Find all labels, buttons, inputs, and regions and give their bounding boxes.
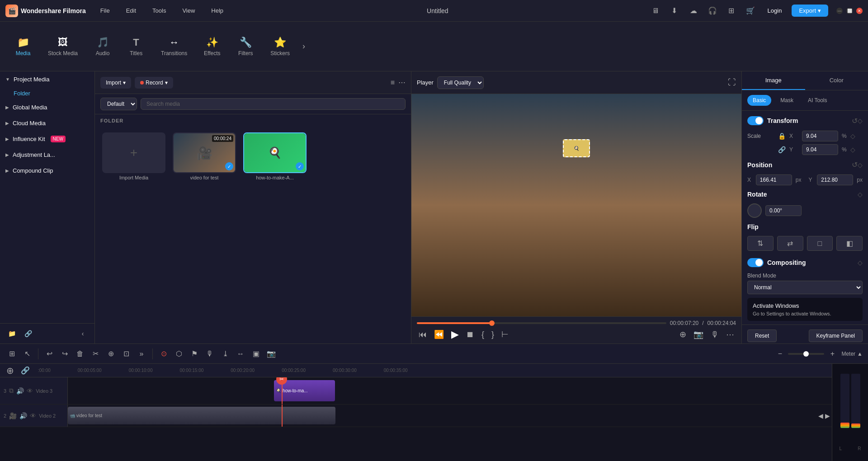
sidebar-item-compound-clip[interactable]: ▶ Compound Clip: [0, 163, 94, 179]
compositing-keyframe-icon[interactable]: ◇: [858, 259, 863, 266]
video-3-stack-icon[interactable]: ⧉: [9, 387, 14, 395]
media-item-how-to-make[interactable]: 🍳 ✓ how-to-make-A...: [243, 132, 307, 180]
arrow-right-icon[interactable]: ▶: [825, 412, 830, 419]
more-controls-icon[interactable]: ⋯: [724, 328, 736, 341]
login-button[interactable]: Login: [762, 5, 788, 16]
overlay-clip[interactable]: 🍳: [563, 139, 590, 157]
transform-reset-icon[interactable]: ↺: [852, 117, 858, 125]
more-options-icon[interactable]: ⋯: [398, 78, 406, 87]
scale-x-keyframe-icon[interactable]: ◇: [850, 132, 855, 140]
position-x-field[interactable]: [756, 174, 792, 185]
import-button[interactable]: Import ▾: [100, 77, 131, 89]
flag-button[interactable]: ⚑: [188, 348, 201, 360]
nav-file[interactable]: File: [97, 5, 113, 16]
store-icon[interactable]: 🛒: [743, 4, 758, 18]
import-arrow-button[interactable]: ⤓: [219, 348, 231, 360]
monitor-icon[interactable]: 🖥: [648, 4, 663, 18]
keyframe-panel-button[interactable]: Keyframe Panel: [809, 329, 863, 342]
nav-view[interactable]: View: [179, 5, 198, 16]
tool-stock-media[interactable]: 🖼 Stock Media: [41, 33, 85, 60]
scale-x-field[interactable]: [802, 131, 838, 141]
sort-select[interactable]: Default: [100, 98, 137, 110]
add-folder-button[interactable]: 📁: [5, 327, 18, 340]
subtab-ai-tools[interactable]: AI Tools: [802, 95, 832, 106]
video-3-volume-icon[interactable]: 🔊: [16, 387, 24, 395]
mark-in-button[interactable]: {: [480, 328, 486, 341]
arrow-left-icon[interactable]: ◀: [818, 412, 823, 419]
tool-effects[interactable]: ✨ Effects: [196, 33, 228, 60]
timeline-delete-button[interactable]: 🗑: [74, 348, 86, 360]
filter-icon[interactable]: ≡: [391, 79, 395, 87]
insert-button[interactable]: ⊕: [678, 328, 688, 341]
timeline-cut-button[interactable]: ✂: [89, 348, 102, 360]
nav-edit[interactable]: Edit: [123, 5, 140, 16]
snapshot-tl-button[interactable]: 📷: [265, 348, 278, 360]
progress-track[interactable]: [417, 322, 666, 324]
quality-select[interactable]: Full Quality: [437, 76, 484, 89]
timeline-redo-button[interactable]: ↪: [58, 348, 71, 360]
stop-button[interactable]: ⏹: [464, 328, 476, 341]
snapshot-button[interactable]: 📷: [692, 328, 705, 341]
sidebar-item-cloud-media[interactable]: ▶ Cloud Media: [0, 115, 94, 131]
timeline-more-button[interactable]: »: [135, 348, 148, 360]
import-media-item[interactable]: + Import Media: [102, 132, 165, 180]
upload-icon[interactable]: ☁: [686, 4, 701, 18]
flip-horizontal-button[interactable]: ⇄: [777, 236, 803, 251]
position-reset-icon[interactable]: ↺: [852, 160, 858, 169]
mic-button[interactable]: 🎙: [203, 348, 216, 360]
export-button[interactable]: Export ▾: [792, 5, 828, 17]
position-y-field[interactable]: [817, 174, 853, 185]
picture-in-picture-button[interactable]: ▣: [250, 348, 262, 360]
rotate-value-field[interactable]: [765, 205, 802, 216]
close-button[interactable]: ✕: [856, 8, 863, 14]
record-circle-button[interactable]: ⊙: [157, 348, 170, 360]
audio-button[interactable]: 🎙: [709, 328, 721, 341]
video-2-clip[interactable]: 📹 video for test: [68, 407, 335, 424]
collapse-panel-button[interactable]: ‹: [76, 327, 89, 340]
zoom-slider[interactable]: [788, 353, 824, 355]
headset-icon[interactable]: 🎧: [705, 4, 720, 18]
download-icon[interactable]: ⬇: [667, 4, 682, 18]
video-3-content[interactable]: ✂ 🍳 how-to-ma...: [68, 377, 832, 404]
timeline-undo-button[interactable]: ↩: [43, 348, 56, 360]
play-button[interactable]: ▶: [449, 327, 461, 342]
sidebar-item-folder[interactable]: Folder: [0, 87, 94, 99]
reset-button[interactable]: Reset: [747, 329, 777, 342]
search-input[interactable]: [141, 98, 406, 110]
apps-icon[interactable]: ⊞: [724, 4, 739, 18]
sidebar-item-adjustment-layer[interactable]: ▶ Adjustment La...: [0, 147, 94, 163]
maximize-button[interactable]: ⬜: [846, 8, 853, 14]
mark-out-button[interactable]: }: [490, 328, 496, 341]
subtab-mask[interactable]: Mask: [775, 95, 799, 106]
video-2-camera-icon[interactable]: 🎥: [9, 412, 17, 419]
clip-align-button[interactable]: ⊢: [500, 328, 510, 341]
timeline-cursor-button[interactable]: ↖: [21, 348, 33, 360]
effects-hex-button[interactable]: ⬡: [173, 348, 185, 360]
sidebar-item-project-media[interactable]: ▼ Project Media: [0, 71, 94, 87]
frame-back-button[interactable]: ⏪: [432, 328, 446, 341]
minimize-button[interactable]: —: [836, 8, 843, 14]
scale-y-keyframe-icon[interactable]: ◇: [850, 146, 855, 153]
tool-stickers[interactable]: ⭐ Stickers: [263, 33, 297, 60]
progress-thumb[interactable]: [489, 320, 495, 326]
tool-media[interactable]: 📁 Media: [7, 33, 39, 60]
add-track-button[interactable]: ⊕: [4, 364, 16, 377]
flip-vertical-button[interactable]: ⇅: [747, 236, 774, 251]
tool-transitions[interactable]: ↔ Transitions: [154, 33, 194, 60]
progress-bar[interactable]: 00:00:07:20 / 00:00:24:04: [417, 317, 736, 326]
subtab-basic[interactable]: Basic: [747, 95, 771, 106]
folder-link-button[interactable]: 🔗: [22, 327, 34, 340]
media-item-video-test[interactable]: 🎥 00:00:24 ✓ video for test: [173, 132, 236, 180]
flip-btn3[interactable]: □: [807, 236, 833, 251]
scale-y-field[interactable]: [802, 144, 838, 155]
rotate-keyframe-icon[interactable]: ◇: [858, 191, 863, 198]
tool-filters[interactable]: 🔧 Filters: [230, 33, 261, 60]
link-tracks-button[interactable]: 🔗: [19, 364, 32, 377]
nav-help[interactable]: Help: [208, 5, 227, 16]
timeline-trim-button[interactable]: ⊡: [120, 348, 132, 360]
rotate-dial[interactable]: [747, 203, 762, 218]
tab-color[interactable]: Color: [805, 71, 868, 90]
sidebar-item-influence-kit[interactable]: ▶ Influence Kit NEW: [0, 131, 94, 147]
sidebar-item-global-media[interactable]: ▶ Global Media: [0, 99, 94, 115]
timeline-select-button[interactable]: ⊕: [104, 348, 117, 360]
